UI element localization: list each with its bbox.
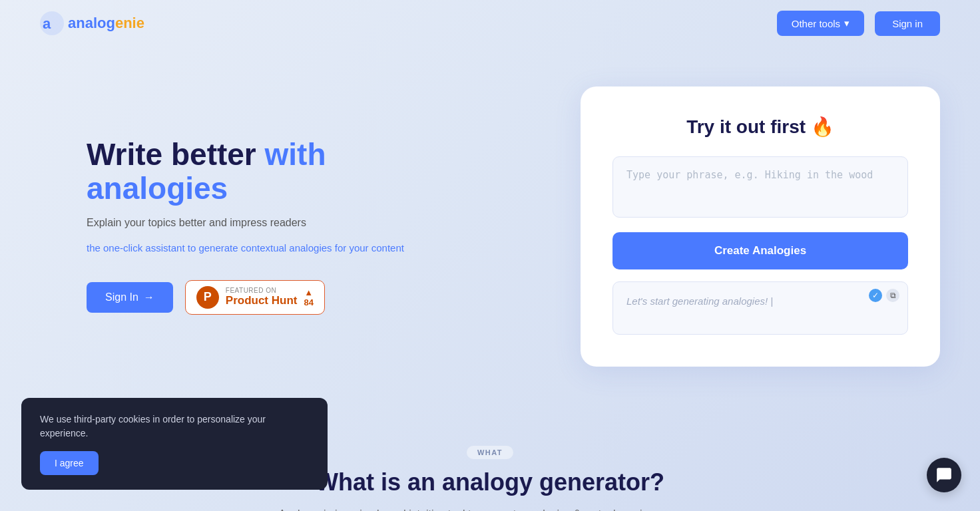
cookie-agree-button[interactable]: I agree	[40, 451, 99, 475]
nav-right: Other tools ▾ Sign in	[777, 11, 940, 36]
what-description: Analogenie is a simple and intuitive too…	[257, 506, 723, 511]
sign-in-button[interactable]: Sign in	[875, 11, 940, 36]
create-analogies-button[interactable]: Create Analogies	[612, 232, 908, 269]
cookie-text: We use third-party cookies in order to p…	[40, 413, 309, 440]
other-tools-button[interactable]: Other tools ▾	[777, 11, 864, 36]
cookie-banner: We use third-party cookies in order to p…	[21, 398, 328, 490]
hero-title: Write better with analogies	[87, 138, 433, 205]
hero-right: Try it out first 🔥 Create Analogies ✓ ⧉ …	[581, 86, 940, 367]
copy-icon[interactable]: ⧉	[886, 289, 899, 302]
check-icon[interactable]: ✓	[869, 289, 882, 302]
try-card: Try it out first 🔥 Create Analogies ✓ ⧉ …	[581, 86, 940, 367]
what-badge: WHAT	[467, 446, 513, 459]
product-hunt-info: FEATURED ON Product Hunt	[226, 287, 298, 307]
logo-text: analogenie	[68, 15, 144, 32]
output-box: ✓ ⧉ Let's start generating analogies! |	[612, 281, 908, 335]
try-title: Try it out first 🔥	[612, 116, 908, 138]
hero-sign-in-button[interactable]: Sign In →	[87, 282, 173, 313]
navbar: a analogenie Other tools ▾ Sign in	[0, 0, 980, 47]
logo-icon: a	[40, 11, 64, 35]
hero-subtitle: Explain your topics better and impress r…	[87, 217, 433, 229]
phrase-input[interactable]	[612, 156, 908, 218]
chat-button[interactable]	[927, 458, 961, 492]
hero-left: Write better with analogies Explain your…	[87, 138, 433, 315]
hero-actions: Sign In → P FEATURED ON Product Hunt ▲ 8…	[87, 280, 433, 315]
product-hunt-badge[interactable]: P FEATURED ON Product Hunt ▲ 84	[185, 280, 325, 315]
logo[interactable]: a analogenie	[40, 11, 144, 35]
output-text: Let's start generating analogies! |	[626, 295, 894, 307]
product-hunt-logo: P	[196, 286, 219, 309]
chat-icon	[935, 466, 953, 484]
svg-text:a: a	[43, 15, 51, 32]
output-icons: ✓ ⧉	[869, 289, 899, 302]
hero-section: Write better with analogies Explain your…	[0, 47, 980, 419]
product-hunt-votes: ▲ 84	[304, 287, 313, 307]
hero-tagline: the one-click assistant to generate cont…	[87, 241, 433, 256]
